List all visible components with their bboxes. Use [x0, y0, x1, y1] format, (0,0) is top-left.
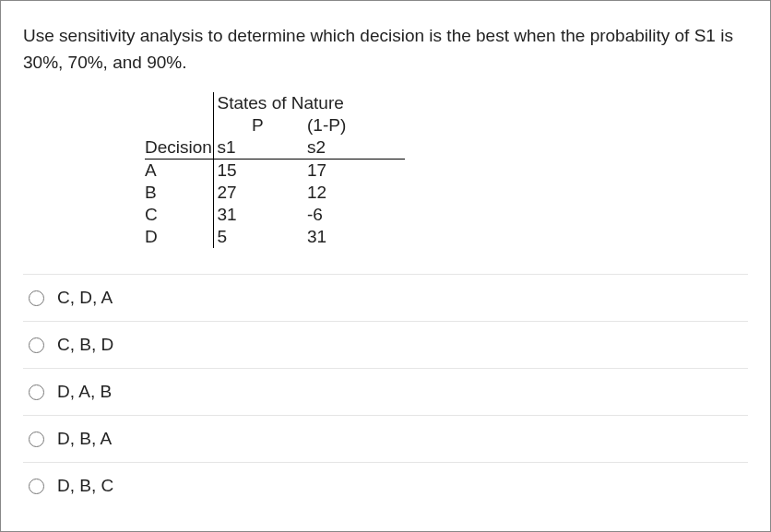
p-label: P [213, 114, 298, 136]
s1-header: s1 [213, 136, 298, 160]
question-text: Use sensitivity analysis to determine wh… [23, 23, 748, 76]
s2-cell: -6 [298, 204, 366, 226]
option-label[interactable]: D, B, C [57, 476, 113, 496]
s2-header: s2 [298, 136, 366, 160]
option-label[interactable]: D, A, B [57, 382, 112, 402]
option-label[interactable]: D, B, A [57, 429, 112, 449]
answer-options: C, D, A C, B, D D, A, B D, B, A D, B, C [23, 274, 748, 509]
decision-cell: B [145, 182, 213, 204]
states-of-nature-header: States of Nature [213, 92, 366, 114]
decision-cell: D [145, 226, 213, 248]
one-minus-p-label: (1-P) [298, 114, 366, 136]
payoff-table: States of Nature P (1-P) Decision s1 s2 … [145, 92, 748, 248]
decision-cell: C [145, 204, 213, 226]
option-row[interactable]: C, B, D [23, 321, 748, 368]
table-row: B 27 12 [145, 182, 405, 204]
s1-cell: 15 [213, 160, 298, 183]
table-row: C 31 -6 [145, 204, 405, 226]
option-radio[interactable] [29, 432, 44, 447]
option-radio[interactable] [29, 337, 44, 353]
option-label[interactable]: C, D, A [57, 288, 113, 308]
option-label[interactable]: C, B, D [57, 335, 113, 355]
option-radio[interactable] [29, 384, 44, 400]
s1-cell: 31 [213, 204, 298, 226]
option-row[interactable]: D, B, C [23, 462, 748, 509]
option-row[interactable]: D, A, B [23, 368, 748, 415]
s2-cell: 12 [298, 182, 366, 204]
option-radio[interactable] [29, 290, 44, 306]
table-row: D 5 31 [145, 226, 405, 248]
question-card: Use sensitivity analysis to determine wh… [0, 0, 771, 532]
table-row: A 15 17 [145, 160, 405, 183]
option-row[interactable]: D, B, A [23, 415, 748, 462]
s2-cell: 17 [298, 160, 366, 183]
s1-cell: 27 [213, 182, 298, 204]
s2-cell: 31 [298, 226, 366, 248]
option-radio[interactable] [29, 479, 44, 494]
s1-cell: 5 [213, 226, 298, 248]
option-row[interactable]: C, D, A [23, 274, 748, 321]
decision-header: Decision [145, 136, 213, 160]
decision-cell: A [145, 160, 213, 183]
